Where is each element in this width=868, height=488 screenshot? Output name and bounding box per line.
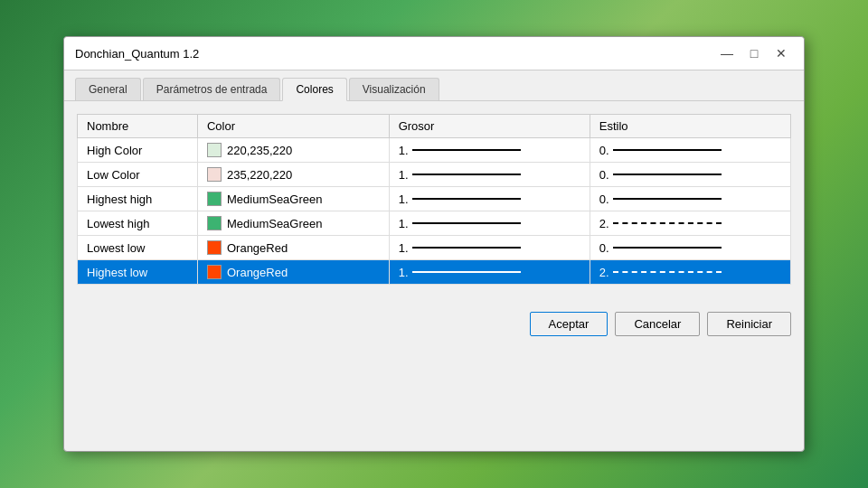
grosor-label: 1. [399, 168, 409, 182]
tab-parametros[interactable]: Parámetros de entrada [143, 78, 281, 100]
colors-table: Nombre Color Grosor Estilo High Color220… [77, 114, 791, 285]
color-swatch [207, 167, 222, 182]
estilo-line [613, 149, 722, 151]
grosor-line [412, 198, 521, 200]
grosor-line [412, 247, 521, 249]
cell-grosor: 1. [389, 236, 590, 260]
estilo-label: 0. [599, 241, 609, 255]
cell-estilo: 0. [590, 138, 790, 163]
table-row[interactable]: Highest lowOrangeRed1.2. [78, 260, 791, 285]
cell-color: MediumSeaGreen [197, 187, 389, 211]
estilo-label: 0. [599, 144, 609, 157]
cell-nombre: Highest high [78, 187, 198, 211]
tab-colores[interactable]: Colores [282, 78, 346, 101]
color-label: MediumSeaGreen [227, 217, 323, 230]
cell-nombre: Highest low [78, 260, 198, 285]
cell-estilo: 0. [590, 236, 790, 260]
cell-color: OrangeRed [197, 236, 389, 260]
estilo-line [613, 222, 722, 224]
col-grosor: Grosor [389, 115, 590, 138]
grosor-label: 1. [399, 192, 409, 206]
grosor-line [412, 149, 521, 151]
cell-grosor: 1. [389, 211, 590, 236]
cell-estilo: 0. [590, 187, 790, 211]
grosor-label: 1. [399, 266, 409, 279]
color-swatch [207, 143, 222, 157]
cell-nombre: High Color [78, 138, 198, 163]
table-row[interactable]: Highest highMediumSeaGreen1.0. [78, 187, 791, 211]
maximize-button[interactable]: □ [742, 44, 766, 62]
cell-nombre: Lowest low [78, 236, 198, 260]
content-area: Nombre Color Grosor Estilo High Color220… [64, 101, 804, 312]
cell-color: 235,220,220 [197, 163, 389, 187]
color-swatch [207, 192, 222, 206]
window-title: Donchian_Quantum 1.2 [75, 47, 199, 61]
main-window: Donchian_Quantum 1.2 — □ ✕ General Parám… [63, 36, 805, 452]
table-row[interactable]: Lowest lowOrangeRed1.0. [78, 236, 791, 260]
cancel-button[interactable]: Cancelar [615, 312, 700, 336]
col-color: Color [197, 115, 389, 138]
estilo-line [613, 174, 722, 175]
cell-color: OrangeRed [197, 260, 389, 285]
color-label: OrangeRed [227, 241, 288, 255]
cell-color: MediumSeaGreen [197, 211, 389, 236]
grosor-line [412, 222, 521, 224]
color-swatch [207, 240, 222, 255]
reset-button[interactable]: Reiniciar [707, 312, 791, 336]
cell-estilo: 2. [590, 260, 790, 285]
table-row[interactable]: Low Color235,220,2201.0. [78, 163, 791, 187]
table-row[interactable]: High Color220,235,2201.0. [78, 138, 791, 163]
minimize-button[interactable]: — [715, 44, 739, 62]
footer: Aceptar Cancelar Reiniciar [64, 312, 804, 349]
cell-grosor: 1. [389, 187, 590, 211]
grosor-line [412, 271, 521, 273]
cell-nombre: Low Color [78, 163, 198, 187]
close-button[interactable]: ✕ [769, 44, 793, 62]
color-label: 235,220,220 [227, 168, 292, 182]
estilo-label: 0. [599, 168, 609, 182]
grosor-label: 1. [399, 241, 409, 255]
tab-visualizacion[interactable]: Visualización [349, 78, 439, 100]
tabs-bar: General Parámetros de entrada Colores Vi… [64, 70, 804, 101]
cell-estilo: 2. [590, 211, 790, 236]
estilo-label: 0. [599, 192, 609, 206]
estilo-line [613, 247, 722, 249]
cell-estilo: 0. [590, 163, 790, 187]
table-row[interactable]: Lowest highMediumSeaGreen1.2. [78, 211, 791, 236]
color-swatch [207, 216, 222, 230]
estilo-label: 2. [599, 217, 609, 230]
cell-nombre: Lowest high [78, 211, 198, 236]
grosor-label: 1. [399, 144, 409, 157]
cell-grosor: 1. [389, 260, 590, 285]
estilo-label: 2. [599, 266, 609, 279]
estilo-line [613, 271, 722, 273]
title-bar: Donchian_Quantum 1.2 — □ ✕ [64, 37, 804, 70]
grosor-label: 1. [399, 217, 409, 230]
cell-grosor: 1. [389, 163, 590, 187]
color-swatch [207, 265, 222, 279]
grosor-line [412, 174, 521, 175]
window-controls: — □ ✕ [715, 44, 793, 62]
cell-color: 220,235,220 [197, 138, 389, 163]
col-estilo: Estilo [590, 115, 790, 138]
cell-grosor: 1. [389, 138, 590, 163]
estilo-line [613, 198, 722, 200]
accept-button[interactable]: Aceptar [530, 312, 609, 336]
color-label: 220,235,220 [227, 144, 292, 157]
color-label: MediumSeaGreen [227, 192, 323, 206]
col-nombre: Nombre [78, 115, 198, 138]
tab-general[interactable]: General [75, 78, 141, 100]
color-label: OrangeRed [227, 266, 288, 279]
